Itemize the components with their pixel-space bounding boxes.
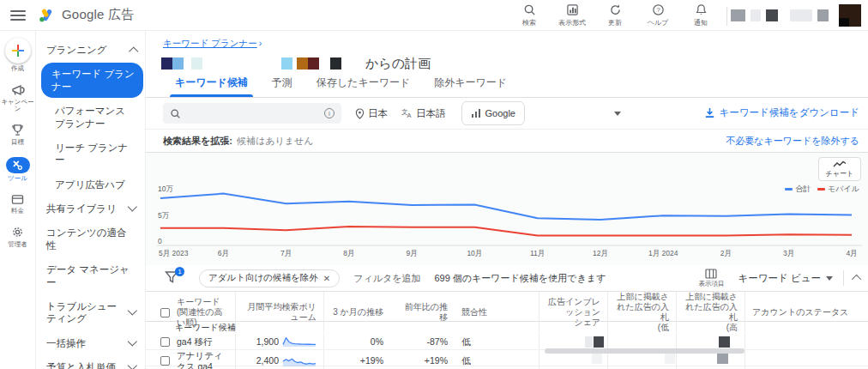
tab-negative-keywords[interactable]: 除外キーワード [422,76,519,97]
yoy-change-cell: +19% [390,355,455,366]
redacted-plan-title [161,57,341,70]
sidebar-section-bulk-actions[interactable]: 一括操作 [36,331,145,355]
topbar-actions: 検索 表示形式 更新 ? ヘルプ 通知 [514,3,716,27]
sidebar-item-content-suitability[interactable]: コンテンツの適合性 [36,221,145,257]
trend-chart-section: チャート 合計 モバイル 05万10万 5月 20236月7月8月9月10月11… [146,153,868,265]
menu-icon[interactable] [10,10,26,21]
line-chart-icon [833,160,847,168]
sidebar-section-shared-library[interactable]: 共有ライブラリ [36,197,145,221]
rail-item-goals[interactable]: 目標 [10,124,26,147]
plus-icon [11,44,25,57]
search-icon [170,108,181,119]
chevron-down-icon [128,360,137,369]
chart-toggle-button[interactable]: チャート [818,157,861,181]
sidebar-item-keyword-planner[interactable]: キーワード プランナー [41,63,143,98]
sidebar-section-troubleshooting[interactable]: トラブルシューティング [36,294,145,331]
language-setting[interactable]: 文A 日本語 [401,107,446,120]
filter-count-badge: 1 [175,267,184,276]
tab-keyword-ideas[interactable]: キーワード候補 [163,76,260,97]
product-name: Google 広告 [62,7,134,23]
columns-button[interactable]: 表示項目 [698,269,724,288]
date-range-select[interactable] [546,103,621,124]
keyword-view-dropdown[interactable]: キーワード ビュー [738,272,833,285]
location-setting[interactable]: 日本 [355,107,388,120]
search-button[interactable]: 検索 [514,3,545,27]
sparkline-chart [282,336,316,348]
redacted-account-text [750,9,761,21]
exclude-unwanted-keywords-link[interactable]: 不必要なキーワードを除外する [726,135,859,148]
table-row[interactable]: ga4 移行 1,900 0% -87% 低 [146,334,868,350]
competition-cell: 低 [455,336,539,348]
search-icon [523,3,536,16]
rail-item-tools[interactable]: ツール [6,157,30,183]
chevron-down-icon [128,336,137,346]
help-button[interactable]: ? ヘルプ [642,3,673,27]
row-checkbox[interactable] [160,356,170,366]
expand-results-row: 検索結果を拡張: 候補はありません 不必要なキーワードを除外する [146,129,868,153]
col-account-status[interactable]: アカウントのステータス [744,292,868,333]
col-3-month-change[interactable]: 3 か月の推移 [323,292,390,333]
trend-chart-canvas [146,180,868,265]
help-icon: ? [652,3,665,16]
col-top-of-page-bid-high[interactable]: 上部に掲載された広告の入札(高 [676,292,744,333]
tab-forecast[interactable]: 予測 [260,76,304,97]
col-competition[interactable]: 競合性 [455,307,539,318]
rail-item-create[interactable]: 作成 [5,38,31,73]
filter-button[interactable]: 1 [165,270,180,286]
page-title: からの計画 [146,50,868,76]
col-top-of-page-bid-low[interactable]: 上部に掲載された広告の入札(低 [607,292,676,333]
network-icon [471,108,481,118]
row-checkbox[interactable] [160,337,170,347]
notifications-button[interactable]: 通知 [685,3,716,27]
volume-cell: 1,900 [235,334,323,349]
svg-text:?: ? [656,6,660,14]
refresh-button[interactable]: 更新 [600,3,630,27]
wrench-icon [12,160,23,171]
download-keyword-ideas-button[interactable]: キーワード候補をダウンロード [704,106,859,119]
search-toolbar: i 日本 文A 日本語 Google キーワード候補をダウンロード [146,98,868,129]
breadcrumb-keyword-planner-link[interactable]: キーワード プランナー [163,38,257,48]
select-all-checkbox[interactable] [160,308,170,318]
rail-item-billing[interactable]: 料金 [10,192,26,215]
redacted-value [665,353,675,364]
info-icon[interactable]: i [324,108,335,118]
refresh-icon [609,3,622,16]
sidebar-item-app-ads-hub[interactable]: アプリ広告ハブ [36,172,145,197]
add-filter-button[interactable]: フィルタを追加 [353,272,420,285]
redacted-account-text [731,9,745,21]
translate-icon: 文A [401,108,413,118]
card-icon [11,194,24,205]
table-header-row: キーワード(関連性の高い順) 月間平均検索ボリューム 3 か月の推移 前年比の推… [146,291,868,322]
tab-saved-keywords[interactable]: 保存したキーワード [304,76,422,97]
sidebar-section-planning[interactable]: プランニング [36,38,145,62]
col-yoy-change[interactable]: 前年比の推移 [390,302,455,323]
megaphone-icon [11,84,25,96]
collapse-table-button[interactable] [852,275,861,284]
search-network-setting[interactable]: Google [461,101,525,125]
horizontal-scrollbar[interactable] [545,348,744,354]
rail-item-admin[interactable]: 管理者 [8,226,27,249]
sidebar-item-data-manager[interactable]: データ マネージャー [36,257,145,294]
tab-bar: キーワード候補 予測 保存したキーワード 除外キーワード [146,76,868,98]
col-monthly-volume[interactable]: 月間平均検索ボリューム [235,292,323,333]
keyword-search-box[interactable]: i [163,103,341,124]
breadcrumb: キーワード プランナー› [146,31,868,50]
table-row[interactable]: アナリティクス ga4 2,400 +19% +19% 低 [146,350,868,366]
avatar[interactable] [839,4,861,27]
topbar-divider [726,7,727,26]
sidebar-section-budgets-bids[interactable]: 予算と入札単価 [36,355,145,369]
filter-bar-right: 表示項目 キーワード ビュー [698,269,861,288]
top-bar: Google 広告 検索 表示形式 更新 ? ヘルプ 通知 [0,0,868,31]
sidebar-item-performance-planner[interactable]: パフォーマンス プランナー [36,99,145,136]
icon-rail: 作成 キャンペーン 目標 ツール 料金 管理者 [0,31,36,369]
display-format-button[interactable]: 表示形式 [557,3,588,27]
google-ads-logo-icon [38,8,55,23]
rail-item-campaigns[interactable]: キャンペーン [0,83,35,113]
main-content: キーワード プランナー› からの計画 キーワード候補 予測 保存したキーワード … [146,31,868,369]
col-ad-impression-share[interactable]: 広告インプレッションシェア [539,292,607,333]
search-input[interactable] [186,107,324,119]
columns-icon [705,269,717,279]
sidebar-item-reach-planner[interactable]: リーチ プランナー [36,136,145,172]
filter-chip-exclude-adult[interactable]: アダルト向けの候補を除外 ✕ [199,269,340,287]
close-icon[interactable]: ✕ [323,274,330,283]
